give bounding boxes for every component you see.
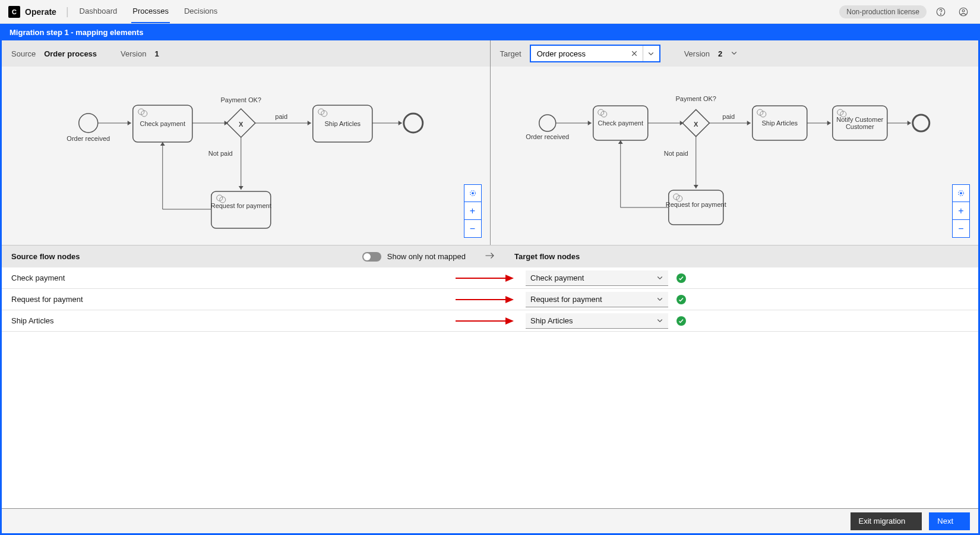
svg-text:Customer: Customer	[845, 123, 874, 130]
svg-marker-54	[505, 275, 514, 282]
svg-text:Not paid: Not paid	[208, 150, 233, 157]
svg-text:Payment OK?: Payment OK?	[221, 96, 261, 103]
source-process: Order process	[44, 49, 97, 58]
svg-text:Request for payment: Request for payment	[211, 202, 271, 209]
brand-text: Operate	[25, 7, 56, 17]
target-node-select[interactable]: Request for payment	[526, 292, 668, 307]
forward-arrow-icon	[485, 251, 495, 262]
svg-point-4	[79, 114, 98, 133]
license-pill: Non-production license	[839, 5, 927, 18]
target-flow-nodes-label: Target flow nodes	[514, 252, 580, 261]
svg-text:Ship Articles: Ship Articles	[761, 119, 798, 127]
brand-logo: C	[8, 6, 20, 18]
brand: C Operate	[8, 6, 56, 18]
svg-marker-60	[505, 317, 514, 325]
zoom-in-icon[interactable]: +	[464, 202, 482, 220]
target-process-input[interactable]	[531, 49, 626, 58]
svg-marker-57	[505, 296, 514, 303]
source-node: Ship Articles	[11, 316, 454, 325]
svg-text:Not paid: Not paid	[663, 150, 688, 157]
nav-dashboard[interactable]: Dashboard	[78, 0, 119, 23]
context-row: Source Order process Version 1 Target Ve…	[2, 40, 978, 67]
mapping-row: Ship Articles Ship Articles	[2, 310, 978, 332]
mapping-arrow-icon	[454, 317, 526, 325]
mapping-rows: Check payment Check payment Request for …	[2, 268, 978, 508]
zoom-in-icon[interactable]: +	[952, 202, 970, 220]
target-node-value: Request for payment	[530, 295, 602, 304]
svg-point-25	[472, 193, 473, 194]
nav-separator: |	[66, 5, 69, 18]
target-process-combo[interactable]	[530, 45, 660, 62]
target-label: Target	[500, 49, 521, 58]
nav-processes[interactable]: Processes	[131, 0, 170, 23]
help-icon[interactable]	[932, 4, 949, 20]
mapping-arrow-icon	[454, 274, 526, 282]
source-label: Source	[11, 49, 36, 58]
status-ok-icon	[676, 316, 686, 326]
mapping-row: Check payment Check payment	[2, 268, 978, 289]
top-nav: C Operate | Dashboard Processes Decision…	[0, 0, 980, 24]
source-version: 1	[154, 49, 159, 58]
reset-zoom-icon[interactable]	[952, 184, 970, 202]
target-node-select[interactable]: Check payment	[526, 270, 668, 286]
target-diagram[interactable]: Order received Check payment X Payment O…	[490, 67, 979, 245]
zoom-out-icon[interactable]: −	[952, 220, 970, 238]
svg-text:Order received: Order received	[526, 133, 569, 140]
nav-links: Dashboard Processes Decisions	[78, 0, 219, 23]
svg-point-45	[912, 115, 929, 131]
svg-text:Payment OK?: Payment OK?	[675, 95, 716, 102]
svg-point-26	[539, 115, 555, 131]
source-node: Request for payment	[11, 295, 454, 304]
chevron-down-icon[interactable]	[643, 46, 659, 61]
svg-text:paid: paid	[722, 113, 735, 120]
source-diagram[interactable]: Order received Check payment X Payment O…	[2, 67, 490, 245]
target-node-value: Check payment	[530, 273, 584, 282]
target-node-select[interactable]: Ship Articles	[526, 313, 668, 329]
zoom-out-icon[interactable]: −	[464, 220, 482, 238]
target-context: Target Version 2	[490, 40, 979, 67]
svg-text:paid: paid	[275, 113, 287, 120]
svg-point-18	[404, 114, 423, 133]
user-icon[interactable]	[955, 4, 972, 20]
svg-text:Notify Customer: Notify Customer	[836, 116, 883, 123]
next-button[interactable]: Next	[929, 512, 970, 530]
diagrams-row: Order received Check payment X Payment O…	[2, 67, 978, 245]
target-version: 2	[718, 49, 722, 58]
toggle-label: Show only not mapped	[387, 252, 466, 261]
svg-text:Request for payment: Request for payment	[665, 201, 726, 208]
svg-point-52	[960, 193, 962, 194]
migration-step-title: Migration step 1 - mapping elements	[0, 24, 980, 40]
source-node: Check payment	[11, 273, 454, 282]
mapping-row: Request for payment Request for payment	[2, 289, 978, 310]
reset-zoom-icon[interactable]	[464, 184, 482, 202]
svg-point-3	[962, 10, 965, 12]
show-only-not-mapped-toggle[interactable]	[362, 252, 381, 262]
clear-icon[interactable]	[626, 46, 643, 61]
mapping-arrow-icon	[454, 295, 526, 304]
source-flow-nodes-label: Source flow nodes	[11, 252, 80, 261]
svg-rect-20	[211, 191, 271, 228]
source-version-label: Version	[121, 49, 146, 58]
svg-text:X: X	[694, 121, 698, 128]
status-ok-icon	[676, 273, 686, 283]
svg-text:X: X	[239, 121, 244, 128]
svg-point-1	[940, 14, 941, 14]
svg-text:Check payment: Check payment	[140, 120, 185, 127]
svg-text:Order received: Order received	[67, 135, 110, 142]
mapping-header: Source flow nodes Show only not mapped T…	[2, 245, 978, 268]
target-version-label: Version	[684, 49, 710, 58]
nav-decisions[interactable]: Decisions	[183, 0, 219, 23]
svg-text:Ship Articles: Ship Articles	[324, 120, 361, 127]
svg-text:Check payment: Check payment	[598, 119, 643, 127]
target-node-value: Ship Articles	[530, 316, 573, 325]
status-ok-icon	[676, 295, 686, 304]
exit-migration-button[interactable]: Exit migration	[851, 512, 922, 530]
target-version-dd[interactable]	[731, 49, 738, 58]
footer: Exit migration Next	[2, 508, 978, 533]
source-context: Source Order process Version 1	[2, 40, 490, 67]
